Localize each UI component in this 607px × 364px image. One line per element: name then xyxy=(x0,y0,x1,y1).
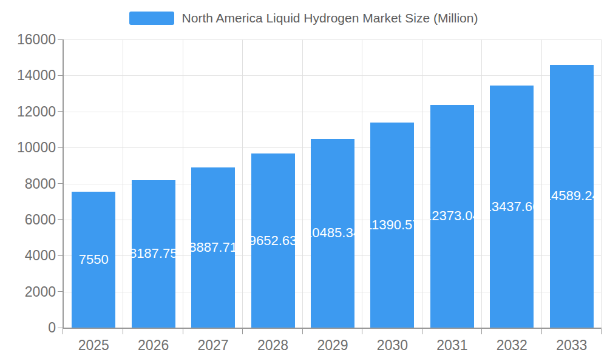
y-axis-tick xyxy=(58,255,63,256)
gridline-vertical xyxy=(481,39,482,328)
y-axis-label: 10000 xyxy=(0,140,56,155)
bar[interactable]: 7550 xyxy=(72,192,115,328)
bar[interactable]: 13437.66 xyxy=(490,86,534,328)
x-axis-tick xyxy=(123,329,123,334)
x-axis-tick xyxy=(302,329,303,334)
y-axis-tick xyxy=(58,291,63,292)
y-axis-label: 16000 xyxy=(0,32,56,47)
x-axis-tick xyxy=(362,329,362,334)
y-axis-label: 0 xyxy=(0,320,56,335)
x-axis-tick xyxy=(601,329,602,334)
y-axis-tick xyxy=(58,147,63,148)
x-axis-label: 2027 xyxy=(183,337,243,353)
x-axis-tick xyxy=(422,329,422,334)
x-axis-tick xyxy=(541,329,542,334)
gridline-horizontal xyxy=(64,39,602,40)
bar-value-label: 13437.66 xyxy=(490,199,534,215)
gridline-vertical xyxy=(242,39,243,328)
bar[interactable]: 11390.57 xyxy=(370,123,414,328)
x-axis-tick xyxy=(63,329,63,334)
plot-area: 0200040006000800010000120001400016000202… xyxy=(63,39,602,329)
gridline-horizontal xyxy=(64,75,602,76)
x-axis-label: 2026 xyxy=(123,337,183,353)
legend-item[interactable]: North America Liquid Hydrogen Market Siz… xyxy=(0,10,607,26)
x-axis-label: 2031 xyxy=(422,337,482,353)
gridline-vertical xyxy=(302,39,303,328)
y-axis-tick xyxy=(58,328,63,328)
legend-label: North America Liquid Hydrogen Market Siz… xyxy=(182,10,478,26)
bar-value-label: 8187.75 xyxy=(132,246,175,261)
y-axis-label: 12000 xyxy=(0,104,56,120)
y-axis-tick xyxy=(58,111,63,112)
x-axis-tick xyxy=(481,329,482,334)
x-axis-label: 2033 xyxy=(542,337,602,353)
y-axis-label: 14000 xyxy=(0,67,56,83)
x-axis-label: 2032 xyxy=(482,337,541,353)
bar-value-label: 14589.24 xyxy=(550,188,594,204)
x-axis-label: 2028 xyxy=(243,337,302,353)
y-axis-tick xyxy=(58,75,63,76)
gridline-vertical xyxy=(601,39,602,328)
gridline-vertical xyxy=(422,39,422,328)
gridline-vertical xyxy=(541,39,542,328)
bar-value-label: 11390.57 xyxy=(370,217,414,233)
gridline-vertical xyxy=(123,39,123,328)
bar[interactable]: 14589.24 xyxy=(550,65,594,328)
y-axis-tick xyxy=(58,219,63,220)
y-axis-label: 2000 xyxy=(0,284,56,300)
x-axis-label: 2025 xyxy=(64,337,123,353)
bar[interactable]: 12373.04 xyxy=(430,105,474,328)
bar[interactable]: 8887.71 xyxy=(191,167,235,328)
bar[interactable]: 10485.34 xyxy=(311,139,354,328)
chart-canvas: North America Liquid Hydrogen Market Siz… xyxy=(0,0,607,364)
gridline-vertical xyxy=(362,39,362,328)
gridline-vertical xyxy=(183,39,183,328)
y-axis-label: 4000 xyxy=(0,248,56,263)
x-axis-tick xyxy=(242,329,243,334)
y-axis-label: 8000 xyxy=(0,176,56,192)
bar[interactable]: 9652.63 xyxy=(251,153,295,328)
y-axis-tick xyxy=(58,183,63,184)
x-axis-label: 2029 xyxy=(303,337,362,353)
y-axis-tick xyxy=(58,39,63,40)
bar-value-label: 12373.04 xyxy=(430,208,474,224)
y-axis-label: 6000 xyxy=(0,212,56,228)
legend-swatch xyxy=(129,12,174,25)
x-axis-tick xyxy=(183,329,183,334)
bar[interactable]: 8187.75 xyxy=(132,180,175,328)
bar-value-label: 9652.63 xyxy=(251,233,295,249)
bar-value-label: 8887.71 xyxy=(191,240,235,255)
x-axis-label: 2030 xyxy=(362,337,422,353)
bar-value-label: 7550 xyxy=(79,252,109,268)
bar-value-label: 10485.34 xyxy=(311,225,354,241)
